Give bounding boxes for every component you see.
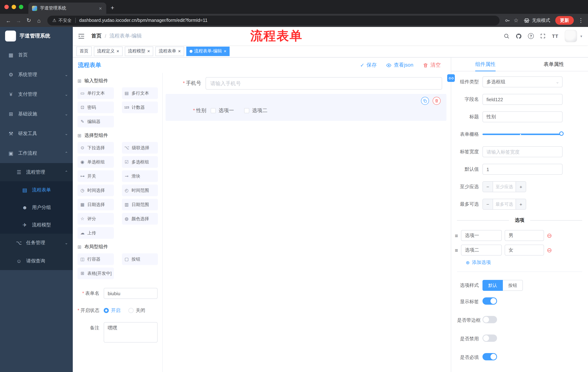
- title-input[interactable]: [483, 111, 563, 122]
- copy-field-button[interactable]: [421, 97, 429, 105]
- window-minimize-button[interactable]: [12, 5, 16, 9]
- bookmark-star-icon[interactable]: ☆: [514, 17, 518, 24]
- component-item-multi-text[interactable]: ▤多行文本: [122, 87, 158, 99]
- browser-tab[interactable]: 芋道管理系统 ×: [28, 2, 106, 14]
- view-json-button[interactable]: 查看json: [386, 62, 413, 68]
- option-1-value-input[interactable]: [505, 230, 544, 241]
- sidebar-item-home[interactable]: ▦ 首页: [0, 45, 73, 65]
- min-select-value[interactable]: 至少应选: [493, 182, 515, 192]
- sidebar-item-task-management[interactable]: ⌥ 任务管理 ⌄: [0, 234, 73, 252]
- font-size-icon[interactable]: TT: [552, 33, 558, 39]
- address-bar[interactable]: ⚠ 不安全 dashboard.yudao.iocoder.cn/bpm/man…: [47, 15, 499, 25]
- browser-home-icon[interactable]: ⌂: [34, 16, 44, 25]
- component-item-slider[interactable]: ⊸滑块: [122, 170, 158, 182]
- component-item-date-range[interactable]: ▥日期范围: [122, 199, 158, 210]
- sidebar-item-payment[interactable]: ¥ 支付管理 ⌄: [0, 85, 73, 104]
- component-type-value[interactable]: [483, 76, 563, 87]
- sidebar-item-user-group[interactable]: ☻ 用户分组: [0, 199, 73, 216]
- field-name-input[interactable]: [483, 94, 563, 105]
- link-icon[interactable]: [447, 74, 455, 82]
- component-item-counter[interactable]: 123计数器: [122, 102, 158, 113]
- fullscreen-icon[interactable]: [540, 33, 546, 39]
- tag-close-icon[interactable]: ×: [178, 48, 181, 54]
- disabled-switch[interactable]: [483, 335, 497, 342]
- window-close-button[interactable]: [4, 5, 9, 9]
- component-item-switch[interactable]: ⊶开关: [77, 170, 114, 182]
- style-button-button[interactable]: 按钮: [503, 280, 523, 291]
- component-item-color[interactable]: ◍颜色选择: [122, 213, 158, 224]
- tag-process-definition[interactable]: 流程定义 ×: [94, 46, 122, 56]
- sidebar-item-rd-tools[interactable]: ⚒ 研发工具 ⌄: [0, 124, 73, 143]
- drag-handle-icon[interactable]: ≡: [455, 247, 458, 253]
- show-label-switch[interactable]: [483, 298, 497, 305]
- clear-button[interactable]: 清空: [423, 62, 441, 68]
- radio-status-off[interactable]: 关闭: [128, 307, 145, 314]
- sidebar-item-infrastructure[interactable]: ⊞ 基础设施 ⌄: [0, 104, 73, 124]
- sidebar-item-process-management[interactable]: ☰ 流程管理 ⌃: [0, 163, 73, 181]
- minus-button[interactable]: −: [483, 199, 493, 209]
- tag-process-form[interactable]: 流程表单 ×: [155, 46, 184, 56]
- component-item-time[interactable]: ◷时间选择: [77, 185, 114, 196]
- option-2-value-input[interactable]: [505, 244, 544, 255]
- reload-icon[interactable]: ↻: [24, 16, 33, 25]
- update-button[interactable]: 更新: [555, 16, 574, 25]
- new-tab-button[interactable]: +: [111, 4, 114, 12]
- remove-option-icon[interactable]: ⊖: [547, 233, 552, 239]
- sidebar-item-workflow[interactable]: ▣ 工作流程 ⌃: [0, 143, 73, 163]
- component-item-table[interactable]: ⊞表格[开发中]: [77, 267, 114, 279]
- avatar[interactable]: [565, 30, 577, 42]
- slider-handle[interactable]: [559, 131, 564, 136]
- password-key-icon[interactable]: [504, 18, 510, 23]
- tab-form-properties[interactable]: 表单属性: [520, 57, 588, 71]
- field-gender-selected[interactable]: *性别 选项一 选项二: [166, 94, 446, 121]
- sidebar-item-process-form[interactable]: ▤ 流程表单: [0, 181, 73, 199]
- sidebar-item-leave-query[interactable]: ☺ 请假查询: [0, 252, 73, 270]
- window-zoom-button[interactable]: [19, 5, 23, 9]
- plus-button[interactable]: +: [515, 199, 526, 209]
- default-value-input[interactable]: [483, 164, 563, 175]
- tab-component-properties[interactable]: 组件属性: [451, 57, 520, 71]
- form-name-input[interactable]: [104, 288, 158, 299]
- tab-close-icon[interactable]: ×: [98, 5, 103, 11]
- breadcrumb-home[interactable]: 首页: [91, 33, 102, 39]
- label-width-input[interactable]: [483, 146, 563, 157]
- delete-field-button[interactable]: [433, 97, 441, 105]
- component-item-radio-group[interactable]: ◉单选框组: [77, 156, 114, 168]
- save-button[interactable]: ✓ 保存: [360, 62, 377, 68]
- component-type-select[interactable]: ⌄: [483, 76, 563, 87]
- drag-handle-icon[interactable]: ≡: [455, 233, 458, 239]
- component-item-checkbox-group[interactable]: ☑多选框组: [122, 156, 158, 168]
- add-option-button[interactable]: ⊕ 添加选项: [466, 259, 588, 266]
- back-icon[interactable]: ←: [4, 16, 13, 25]
- required-switch[interactable]: [483, 353, 497, 360]
- component-item-row-container[interactable]: ◫行容器: [77, 253, 114, 265]
- minus-button[interactable]: −: [483, 182, 493, 192]
- component-item-select[interactable]: ⊙下拉选择: [77, 142, 114, 154]
- remark-textarea[interactable]: 嘿嘿: [104, 322, 158, 342]
- tag-close-icon[interactable]: ×: [147, 48, 150, 54]
- tag-process-form-edit[interactable]: 流程表单-编辑 ×: [186, 46, 230, 56]
- component-item-cascade[interactable]: ⌥级联选择: [122, 142, 158, 154]
- option-2-label-input[interactable]: [461, 244, 502, 255]
- tag-close-icon[interactable]: ×: [116, 48, 119, 54]
- radio-status-on[interactable]: 开启: [104, 307, 120, 314]
- component-item-rate[interactable]: ☆评分: [77, 213, 114, 224]
- docs-question-icon[interactable]: ?: [528, 33, 534, 39]
- grid-slider[interactable]: [483, 129, 563, 140]
- plus-button[interactable]: +: [515, 182, 526, 192]
- browser-menu-icon[interactable]: ⋮: [578, 17, 584, 24]
- sidebar-item-system[interactable]: ⚙ 系统管理 ⌄: [0, 65, 73, 85]
- max-select-value[interactable]: 最多可选: [493, 199, 515, 209]
- tag-close-icon[interactable]: ×: [224, 48, 227, 54]
- component-item-time-range[interactable]: ◴时间范围: [122, 185, 158, 196]
- with-border-switch[interactable]: [483, 316, 497, 323]
- style-default-button[interactable]: 默认: [483, 280, 503, 291]
- field-phone[interactable]: *手机号: [166, 77, 446, 90]
- sidebar-toggle-icon[interactable]: [78, 32, 86, 40]
- search-icon[interactable]: [504, 33, 509, 39]
- component-item-button[interactable]: ▢按钮: [122, 253, 158, 265]
- sidebar-item-process-model[interactable]: ✈ 流程模型: [0, 216, 73, 234]
- checkbox-option-2[interactable]: 选项二: [244, 107, 267, 114]
- component-item-password[interactable]: ⊡密码: [77, 102, 114, 113]
- component-item-upload[interactable]: ☁上传: [77, 227, 114, 239]
